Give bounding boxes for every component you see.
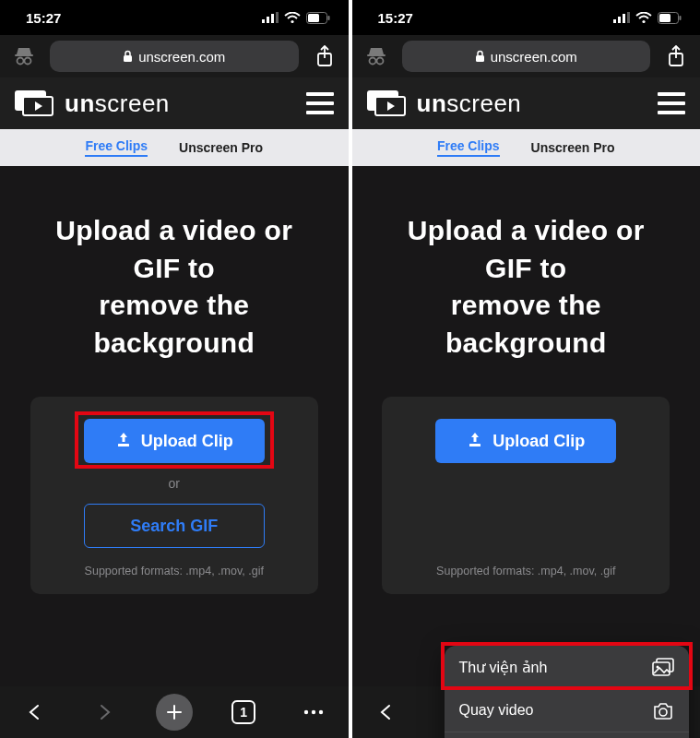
supported-formats: Supported formats: .mp4, .mov, .gif — [85, 565, 264, 577]
svg-rect-6 — [308, 14, 319, 22]
upload-clip-button[interactable]: Upload Clip — [84, 419, 265, 463]
lock-icon — [475, 50, 485, 63]
plus-icon — [165, 703, 184, 721]
address-field[interactable]: unscreen.com — [50, 41, 299, 72]
share-button[interactable] — [312, 43, 338, 69]
site-header: unscreen — [0, 77, 349, 129]
logo-icon — [367, 90, 408, 116]
svg-rect-23 — [623, 14, 625, 23]
supported-formats: Supported formats: .mp4, .mov, .gif — [436, 565, 615, 577]
svg-rect-0 — [262, 19, 265, 23]
svg-point-40 — [659, 708, 667, 716]
svg-rect-7 — [327, 16, 329, 20]
svg-rect-33 — [476, 55, 484, 62]
tab-count: 1 — [231, 700, 255, 724]
svg-rect-24 — [627, 12, 630, 23]
new-tab-button[interactable] — [156, 694, 193, 731]
svg-rect-22 — [618, 17, 621, 23]
search-gif-button[interactable]: Search GIF — [84, 504, 265, 548]
menu-item-photo-library[interactable]: Thư viện ảnh — [445, 646, 690, 689]
hero-section: Upload a video or GIF to remove the back… — [352, 166, 701, 686]
camera-icon — [652, 701, 674, 720]
logo-icon — [15, 90, 55, 116]
svg-point-10 — [25, 58, 31, 65]
upload-card: Upload Clip or Search GIF Supported form… — [382, 397, 670, 594]
status-icons — [262, 12, 330, 24]
menu-button[interactable] — [658, 92, 685, 114]
back-button[interactable] — [17, 694, 53, 731]
svg-rect-3 — [276, 12, 279, 23]
hero-title: Upload a video or GIF to remove the back… — [363, 212, 690, 362]
upload-icon — [467, 432, 483, 448]
svg-rect-28 — [680, 16, 682, 20]
back-button[interactable] — [368, 694, 405, 731]
site-header: unscreen — [352, 77, 701, 129]
upload-icon — [115, 432, 132, 448]
svg-point-4 — [291, 19, 293, 22]
incognito-icon[interactable] — [11, 43, 37, 69]
status-bar: 15:27 — [352, 0, 701, 35]
tab-free-clips[interactable]: Free Clips — [437, 138, 500, 157]
address-field[interactable]: unscreen.com — [402, 41, 651, 72]
svg-rect-8 — [15, 54, 33, 56]
browser-address-bar: unscreen.com — [352, 35, 701, 77]
tab-unscreen-pro[interactable]: Unscreen Pro — [531, 140, 615, 155]
battery-icon — [306, 12, 330, 24]
cellular-icon — [613, 12, 630, 23]
svg-rect-1 — [267, 17, 269, 23]
svg-point-18 — [304, 710, 308, 714]
phone-left: 15:27 unscreen.com unscreen Free C — [0, 0, 349, 738]
logo[interactable]: unscreen — [15, 89, 170, 118]
svg-rect-29 — [367, 54, 386, 56]
browser-address-bar: unscreen.com — [0, 35, 349, 77]
svg-point-30 — [369, 58, 375, 65]
upload-clip-button[interactable]: Upload Clip — [435, 419, 616, 463]
hero-section: Upload a video or GIF to remove the back… — [0, 166, 349, 686]
gallery-icon — [652, 658, 674, 676]
svg-point-31 — [376, 58, 383, 65]
status-time: 15:27 — [26, 10, 61, 26]
menu-item-choose-file[interactable]: Chọn tệp — [445, 732, 690, 738]
wifi-icon — [284, 12, 301, 24]
upload-card: Upload Clip or Search GIF Supported form… — [30, 397, 318, 594]
tab-free-clips[interactable]: Free Clips — [85, 138, 148, 157]
svg-rect-2 — [271, 14, 274, 23]
forward-button[interactable] — [86, 694, 123, 731]
logo-text: unscreen — [65, 89, 170, 118]
svg-rect-12 — [124, 55, 132, 62]
svg-rect-15 — [118, 444, 129, 446]
wifi-icon — [635, 12, 652, 24]
address-text: unscreen.com — [491, 49, 577, 65]
svg-point-9 — [18, 58, 24, 65]
cellular-icon — [262, 12, 279, 23]
menu-button[interactable] — [306, 92, 334, 114]
incognito-icon[interactable] — [363, 43, 389, 69]
status-bar: 15:27 — [0, 0, 349, 35]
or-divider: or — [169, 476, 180, 491]
dots-icon — [303, 708, 325, 716]
lock-icon — [123, 50, 133, 63]
address-text: unscreen.com — [138, 49, 225, 65]
logo-text: unscreen — [417, 89, 522, 118]
svg-rect-27 — [659, 14, 670, 22]
tabs-button[interactable]: 1 — [225, 694, 262, 731]
battery-icon — [658, 12, 682, 24]
page-tabs: Free Clips Unscreen Pro — [352, 129, 701, 166]
share-button[interactable] — [663, 43, 689, 69]
logo[interactable]: unscreen — [367, 89, 522, 118]
status-time: 15:27 — [378, 10, 413, 26]
tab-unscreen-pro[interactable]: Unscreen Pro — [179, 140, 263, 155]
hero-title: Upload a video or GIF to remove the back… — [11, 212, 338, 362]
svg-rect-21 — [613, 19, 616, 23]
browser-toolbar: 1 — [0, 686, 349, 738]
svg-point-20 — [319, 710, 323, 714]
svg-point-25 — [642, 19, 645, 22]
menu-item-record-video[interactable]: Quay video — [445, 689, 690, 732]
status-icons — [613, 12, 682, 24]
more-button[interactable] — [295, 694, 332, 731]
phone-right: 15:27 unscreen.com unscreen Free C — [352, 0, 701, 738]
page-tabs: Free Clips Unscreen Pro — [0, 129, 349, 166]
svg-rect-36 — [469, 444, 481, 446]
file-picker-menu: Thư viện ảnh Quay video Chọn tệp — [445, 646, 690, 738]
svg-point-19 — [312, 710, 315, 714]
